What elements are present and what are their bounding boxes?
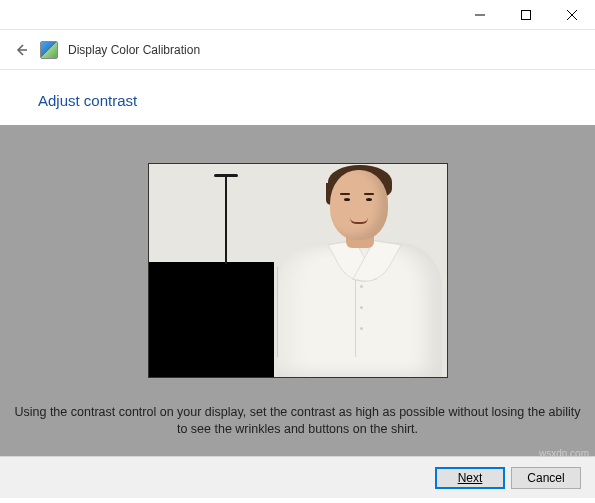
- contrast-sample-image: [148, 163, 448, 378]
- man-figure: [272, 163, 447, 377]
- black-reference-panel: [149, 262, 274, 377]
- next-button[interactable]: Next: [435, 467, 505, 489]
- minimize-button[interactable]: [457, 0, 503, 30]
- header-bar: Display Color Calibration: [0, 30, 595, 70]
- window-titlebar: [0, 0, 595, 30]
- close-button[interactable]: [549, 0, 595, 30]
- pole-graphic: [225, 176, 227, 264]
- maximize-button[interactable]: [503, 0, 549, 30]
- pole-top-graphic: [214, 174, 238, 177]
- app-icon: [40, 41, 58, 59]
- window-title: Display Color Calibration: [68, 43, 200, 57]
- wizard-footer: Next Cancel: [0, 456, 595, 498]
- instruction-text: Using the contrast control on your displ…: [8, 404, 587, 438]
- cancel-button[interactable]: Cancel: [511, 467, 581, 489]
- svg-rect-1: [522, 10, 531, 19]
- page-heading: Adjust contrast: [0, 70, 595, 125]
- watermark: wsxdn.com: [539, 448, 589, 459]
- back-button[interactable]: [12, 41, 30, 59]
- content-area: Using the contrast control on your displ…: [0, 125, 595, 456]
